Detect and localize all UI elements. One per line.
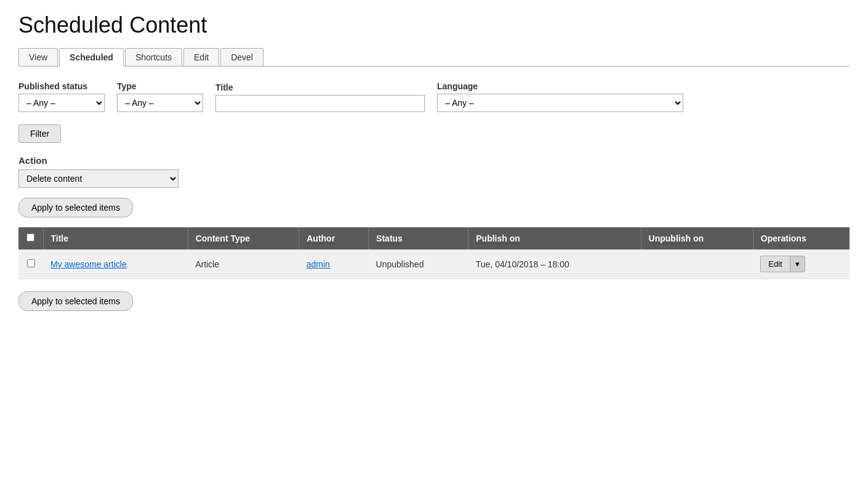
apply-button-top[interactable]: Apply to selected items xyxy=(18,198,133,217)
published-status-filter: Published status – Any – xyxy=(18,81,105,112)
header-content-type: Content Type xyxy=(188,227,299,249)
row-status: Unpublished xyxy=(369,249,468,279)
table-row: My awesome article Article admin Unpubli… xyxy=(18,249,850,279)
action-label: Action xyxy=(18,155,850,166)
content-table: Title Content Type Author Status Publish… xyxy=(18,227,850,279)
language-label: Language xyxy=(437,81,683,91)
type-label: Type xyxy=(117,81,203,91)
edit-dropdown-button[interactable]: ▾ xyxy=(790,256,805,272)
select-all-checkbox[interactable] xyxy=(26,233,34,241)
row-unpublish-on xyxy=(641,249,753,279)
title-input[interactable] xyxy=(215,95,425,112)
action-select[interactable]: Delete content xyxy=(18,169,179,188)
action-section: Action Delete content xyxy=(18,155,850,188)
header-checkbox-col xyxy=(18,227,43,249)
type-filter: Type – Any – xyxy=(117,81,203,112)
filters-section: Published status – Any – Type – Any – Ti… xyxy=(18,81,850,112)
filter-button[interactable]: Filter xyxy=(18,124,61,143)
row-checkbox[interactable] xyxy=(27,259,35,267)
header-status: Status xyxy=(369,227,468,249)
header-title: Title xyxy=(43,227,188,249)
header-unpublish-on: Unpublish on xyxy=(641,227,753,249)
row-author: admin xyxy=(299,249,369,279)
row-title: My awesome article xyxy=(43,249,188,279)
apply-button-bottom[interactable]: Apply to selected items xyxy=(18,291,133,311)
edit-btn-group: Edit ▾ xyxy=(760,256,842,272)
author-link[interactable]: admin xyxy=(307,259,330,269)
table-header-row: Title Content Type Author Status Publish… xyxy=(18,227,850,249)
row-content-type: Article xyxy=(188,249,299,279)
language-filter: Language – Any – xyxy=(437,81,683,112)
header-publish-on: Publish on xyxy=(468,227,641,249)
tab-view[interactable]: View xyxy=(18,48,58,66)
row-checkbox-col xyxy=(18,249,43,279)
edit-main-button[interactable]: Edit xyxy=(760,256,789,272)
language-select[interactable]: – Any – xyxy=(437,94,683,112)
tab-shortcuts[interactable]: Shortcuts xyxy=(125,48,182,66)
action-select-wrapper: Delete content xyxy=(18,169,850,188)
published-status-label: Published status xyxy=(18,81,105,91)
row-operations: Edit ▾ xyxy=(753,249,850,279)
type-select[interactable]: – Any – xyxy=(117,94,203,112)
row-publish-on: Tue, 04/10/2018 – 18:00 xyxy=(468,249,641,279)
tab-devel[interactable]: Devel xyxy=(220,48,263,66)
tab-edit[interactable]: Edit xyxy=(183,48,219,66)
header-operations: Operations xyxy=(753,227,850,249)
published-status-select[interactable]: – Any – xyxy=(18,94,105,112)
title-filter: Title xyxy=(215,83,425,112)
tab-bar: View Scheduled Shortcuts Edit Devel xyxy=(18,48,850,67)
header-author: Author xyxy=(299,227,369,249)
tab-scheduled[interactable]: Scheduled xyxy=(59,48,124,67)
page-title: Scheduled Content xyxy=(18,12,850,38)
title-label: Title xyxy=(215,83,425,92)
content-title-link[interactable]: My awesome article xyxy=(50,259,127,269)
